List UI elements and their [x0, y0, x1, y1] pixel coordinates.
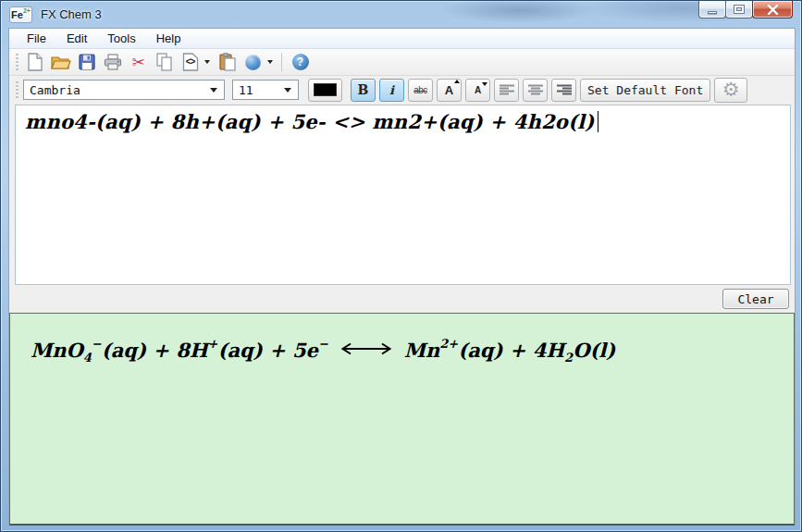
equation-segment: − — [318, 337, 328, 351]
strikethrough-button[interactable]: abc — [408, 79, 433, 102]
font-family-value: Cambria — [30, 83, 80, 97]
main-toolbar: ✂ <> — [9, 49, 795, 76]
clear-button-label: Clear — [737, 292, 773, 306]
font-size-select[interactable]: 11 — [232, 80, 299, 100]
menu-file[interactable]: File — [17, 30, 56, 47]
copy-button[interactable] — [153, 51, 176, 74]
help-icon: ? — [292, 54, 309, 70]
format-toolbar: Cambria 11 B i abc A A — [9, 76, 795, 104]
formatted-equation: MnO4−(aq) + 8H+(aq) + 5e−Mn2+(aq) + 4H2O… — [31, 337, 784, 362]
toolbar-grip — [16, 54, 19, 70]
close-icon — [767, 5, 779, 15]
minimize-button[interactable] — [698, 1, 726, 19]
set-default-font-label: Set Default Font — [587, 83, 703, 97]
italic-button[interactable]: i — [379, 79, 404, 102]
grow-font-button[interactable]: A — [437, 79, 462, 102]
open-folder-icon — [51, 54, 71, 70]
window-title: FX Chem 3 — [41, 7, 102, 21]
set-default-font-button[interactable]: Set Default Font — [580, 79, 710, 102]
copy-icon — [156, 53, 173, 71]
equation-segment: MnO — [31, 339, 83, 362]
align-right-button[interactable] — [551, 79, 576, 102]
equation-segment: 2+ — [439, 337, 458, 351]
save-button[interactable] — [75, 51, 98, 74]
equation-segment: O(l) — [573, 339, 615, 362]
align-left-icon — [500, 84, 514, 96]
new-button[interactable] — [23, 51, 46, 74]
client-area: File Edit Tools Help — [8, 28, 796, 526]
save-icon — [79, 54, 95, 70]
paste-button[interactable] — [216, 51, 239, 74]
menu-help[interactable]: Help — [146, 30, 191, 47]
italic-label: i — [389, 83, 394, 97]
open-button[interactable] — [49, 51, 72, 74]
cut-button[interactable]: ✂ — [127, 51, 150, 74]
restore-icon — [734, 6, 744, 13]
formatted-preview-panel: MnO4−(aq) + 8H+(aq) + 5e−Mn2+(aq) + 4H2O… — [9, 313, 795, 526]
print-icon — [104, 54, 122, 70]
menu-tools[interactable]: Tools — [97, 30, 145, 47]
equation-segment: Mn — [404, 339, 440, 362]
align-left-button[interactable] — [494, 79, 519, 102]
settings-button[interactable]: ⚙ — [714, 78, 747, 103]
chevron-down-icon — [210, 88, 217, 93]
minimize-icon — [708, 11, 717, 14]
equation-segment: (aq) + 4H — [458, 339, 564, 362]
strikethrough-label: abc — [413, 85, 427, 95]
new-document-icon — [28, 53, 43, 71]
equation-segment: (aq) + 8H — [102, 339, 208, 362]
chevron-down-icon — [284, 88, 291, 93]
equation-segment: − — [92, 337, 102, 351]
clear-button[interactable]: Clear — [722, 289, 789, 309]
align-center-icon — [528, 84, 543, 96]
web-link-button[interactable] — [241, 51, 265, 74]
menu-bar: File Edit Tools Help — [9, 29, 795, 49]
color-swatch-icon — [314, 83, 337, 96]
format-toolbar-grip — [16, 81, 19, 98]
paste-icon — [219, 53, 236, 71]
equation-segment: 2 — [564, 351, 573, 365]
code-view-dropdown-icon[interactable] — [204, 60, 210, 64]
font-size-value: 11 — [239, 83, 253, 97]
web-link-icon — [245, 55, 261, 70]
close-button[interactable] — [752, 1, 793, 19]
app-icon-element: Fe — [11, 9, 23, 20]
code-view-icon: <> — [182, 53, 199, 71]
grow-font-label: A — [445, 83, 453, 97]
help-button[interactable]: ? — [289, 51, 312, 74]
font-color-button[interactable] — [308, 79, 342, 102]
restore-button[interactable] — [725, 1, 753, 19]
equation-input[interactable]: mno4-(aq) + 8h+(aq) + 5e- <> mn2+(aq) + … — [15, 105, 791, 285]
equilibrium-arrow-icon — [339, 337, 393, 360]
clear-strip: Clear — [9, 285, 795, 313]
shrink-font-button[interactable]: A — [465, 79, 490, 102]
align-right-icon — [557, 84, 572, 96]
triangle-down-icon — [482, 82, 487, 86]
app-icon-charge: 2+ — [23, 7, 31, 14]
editor-zone: mno4-(aq) + 8h+(aq) + 5e- <> mn2+(aq) + … — [9, 104, 795, 285]
cut-icon: ✂ — [131, 55, 144, 70]
menu-edit[interactable]: Edit — [56, 30, 97, 47]
equation-segment: 4 — [83, 351, 92, 365]
equation-segment: (aq) + 5e — [218, 339, 318, 362]
title-bar: Fe2+ FX Chem 3 — [1, 1, 801, 28]
app-window: Fe2+ FX Chem 3 File Edit Tools Help — [0, 0, 802, 532]
equation-input-text: mno4-(aq) + 8h+(aq) + 5e- <> mn2+(aq) + … — [25, 110, 594, 133]
web-link-dropdown-icon[interactable] — [267, 60, 273, 64]
print-button[interactable] — [101, 51, 124, 74]
triangle-up-icon — [454, 80, 460, 83]
gear-icon: ⚙ — [722, 80, 740, 100]
bold-label: B — [358, 82, 369, 97]
equation-segment: + — [208, 337, 218, 351]
app-icon: Fe2+ — [9, 6, 32, 23]
shrink-font-label: A — [475, 85, 481, 95]
window-controls — [699, 1, 793, 19]
code-view-button[interactable]: <> — [179, 51, 202, 74]
align-center-button[interactable] — [523, 79, 548, 102]
text-caret — [598, 111, 598, 132]
bold-button[interactable]: B — [351, 79, 376, 102]
toolbar-separator — [281, 53, 282, 71]
font-family-select[interactable]: Cambria — [23, 80, 225, 100]
